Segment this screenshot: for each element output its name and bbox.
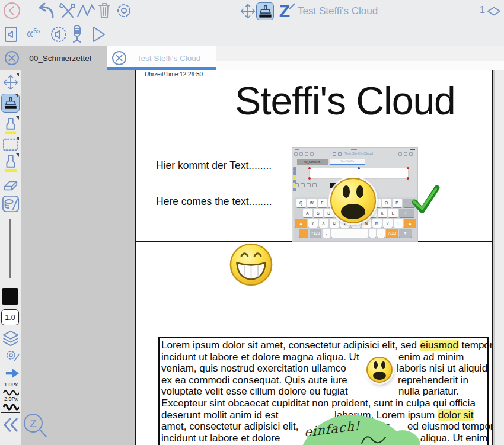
lorem-line: veniam, quis nostrud exercitation ullamc…: [161, 363, 486, 374]
mini-key: ?123: [386, 229, 398, 238]
tab-bar: 00_Schmierzettel Test Steffi's Cloud: [0, 46, 504, 70]
trash-icon[interactable]: [96, 1, 113, 20]
stamp-tool[interactable]: [1, 94, 20, 113]
page-audio-icon[interactable]: [3, 25, 20, 43]
pen-width-big-label[interactable]: 2.0Px: [1, 396, 21, 402]
mini-key: S: [314, 209, 323, 217]
text-de: Hier kommt der Text........: [156, 159, 272, 172]
tab-label: Test Steffi's Cloud: [127, 54, 216, 63]
arrow-tool-icon[interactable]: [3, 366, 21, 380]
color-swatch-black[interactable]: [2, 288, 18, 305]
mini-key: K: [378, 209, 387, 217]
pan-tool[interactable]: [1, 73, 20, 92]
tool-sidebar: 1.0 1.0Px 2.0Px: [0, 70, 21, 445]
lorem-line: ex ea commodi consequat. Quis aute iurer…: [161, 374, 486, 386]
pen-settings-gear-icon[interactable]: [3, 348, 21, 364]
svg-text:Z: Z: [30, 417, 37, 430]
mini-key: L: [388, 209, 398, 217]
lorem-line: Lorem ipsum dolor sit amet, consectetur …: [161, 340, 486, 351]
zoom-magnifier-button[interactable]: Z: [20, 411, 51, 441]
surprised-smiley-sticker[interactable]: [330, 178, 376, 223]
lorem-line: Excepteur sint obcaecat cupiditat non pr…: [161, 398, 486, 409]
pen-width-small-label[interactable]: 1.0Px: [1, 382, 21, 388]
shape-pen-tool[interactable]: [1, 194, 20, 213]
audio-toolbar-row: «5s: [0, 23, 504, 46]
mini-key: P: [393, 199, 402, 207]
main-area: 1.0 1.0Px 2.0Px: [0, 70, 504, 445]
mini-key: ?: [383, 219, 393, 228]
mini-key: A: [303, 209, 312, 217]
pen-width-big-wave[interactable]: [3, 402, 19, 413]
green-checkmark-sticker[interactable]: [410, 185, 441, 216]
eraser-tool[interactable]: [1, 177, 20, 193]
highlighter-tool[interactable]: [1, 116, 20, 136]
timestamp: Uhrzeit/Time:12:26:50: [145, 71, 203, 78]
mini-key: M: [372, 219, 382, 228]
canvas-right-margin: [495, 70, 504, 445]
top-toolbar: Z Test Steffi's Cloud 1 «5s: [0, 0, 504, 46]
page-diamond-icon[interactable]: [487, 7, 500, 16]
mini-key: X: [319, 219, 328, 228]
tools-icon[interactable]: [58, 2, 76, 20]
mini-key: O: [382, 199, 391, 207]
tab-test-steffis-cloud[interactable]: Test Steffi's Cloud: [107, 46, 216, 70]
mini-key: ▲: [404, 219, 416, 228]
layers-icon[interactable]: [1, 329, 20, 347]
app-logo: Z: [275, 2, 294, 21]
mini-key: [331, 229, 368, 238]
move-tool-icon[interactable]: [240, 3, 256, 20]
mini-key: [369, 229, 376, 238]
app-window: Z Test Steffi's Cloud 1 «5s: [0, 0, 504, 445]
lorem-line: deserunt mollit anim id estlaborum. Lore…: [161, 409, 486, 421]
mini-key: .: [377, 229, 385, 238]
mini-key: !: [394, 219, 403, 228]
mini-key: Y: [308, 219, 318, 228]
settings-gear-icon[interactable]: [114, 1, 134, 21]
lorem-line: incidunt ut labore et dolore magna aliqu…: [161, 351, 486, 363]
mini-key: ,: [323, 229, 330, 238]
collapse-sidebar-chevrons[interactable]: [1, 416, 20, 434]
undo-icon[interactable]: [33, 1, 56, 20]
mini-key: Q: [296, 199, 306, 207]
mini-key: [299, 229, 308, 238]
main-toolbar-row: Z Test Steffi's Cloud 1: [0, 0, 504, 23]
mini-key: C: [330, 219, 339, 228]
canvas-area: Uhrzeit/Time:12:26:50 Steffi's Cloud Hie…: [21, 70, 504, 445]
fill-highlighter-tool[interactable]: [1, 153, 20, 175]
back-button[interactable]: [3, 2, 21, 20]
size-slider[interactable]: [9, 219, 11, 278]
mini-text-field: [309, 168, 409, 179]
zigzag-icon[interactable]: [76, 2, 96, 20]
tabbar-strip: [216, 61, 504, 70]
mini-toolbar: Test Steffi's Cloud: [292, 151, 417, 158]
page-indicator: 1: [480, 5, 485, 15]
mini-key: ▼: [399, 229, 412, 238]
tab-schmierzettel[interactable]: 00_Schmierzettel: [0, 46, 107, 70]
stamp-tool-selected[interactable]: [256, 2, 274, 20]
rewind-5s-button[interactable]: «5s: [26, 26, 40, 41]
document-page[interactable]: Uhrzeit/Time:12:26:50 Steffi's Cloud Hie…: [135, 70, 493, 445]
microphone-icon[interactable]: [71, 24, 83, 44]
close-tab-icon[interactable]: [4, 50, 20, 66]
document-title: Test Steffi's Cloud: [298, 5, 378, 17]
handwriting-squiggle: [361, 433, 387, 445]
mini-key: W: [307, 199, 317, 207]
tab-label: 00_Schmierzettel: [20, 54, 107, 63]
mini-key: ▲: [295, 219, 307, 228]
lorem-line: voluptate velit esse cillum dolore eu fu…: [161, 386, 486, 398]
page-heading: Steffi's Cloud: [136, 78, 492, 123]
mute-speaker-icon[interactable]: [49, 25, 69, 43]
pen-settings-box: 1.0Px 2.0Px: [1, 347, 20, 413]
text-en: Here comes the text........: [156, 196, 272, 208]
stroke-width-value[interactable]: 1.0: [1, 309, 19, 325]
close-tab-icon[interactable]: [111, 50, 127, 66]
play-button[interactable]: [89, 25, 107, 44]
mini-key: E: [318, 199, 327, 207]
selection-tool[interactable]: [1, 137, 20, 152]
small-surprised-smiley-sticker[interactable]: [366, 357, 393, 383]
mini-key: ?123: [310, 229, 321, 238]
grin-smiley-sticker[interactable]: [228, 242, 274, 287]
mini-title: Test Steffi's Cloud: [344, 152, 373, 155]
